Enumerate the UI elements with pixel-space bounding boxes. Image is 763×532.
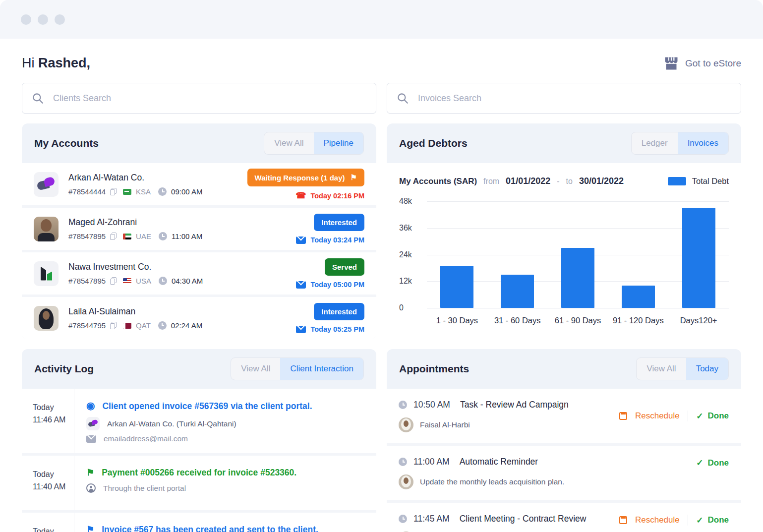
- debt-bar[interactable]: [440, 266, 473, 308]
- invoices-search-input[interactable]: [418, 93, 732, 104]
- appointment-actions: Reschedule Done: [619, 411, 729, 421]
- clock-icon: [399, 401, 407, 409]
- account-avatar: [34, 261, 59, 286]
- account-meta: #78544795 QAT 02:24 AM: [68, 321, 202, 330]
- plot-area: 1 - 30 Days 31 - 60 Days 61 - 90 Days 91…: [427, 201, 729, 325]
- copy-icon[interactable]: [110, 277, 117, 285]
- aged-debtors-bar-chart: 48k 36k 24k 12k 0 1 - 30 Days 31 - 60 Da…: [399, 201, 729, 325]
- toggle-tab[interactable]: View All: [264, 132, 313, 154]
- invoices-search-box[interactable]: [387, 83, 741, 114]
- chart-legend: Total Debt: [668, 177, 729, 186]
- debt-bar[interactable]: [682, 208, 715, 308]
- status-badge[interactable]: Waiting Response (1 day): [247, 169, 364, 186]
- chart-column: Days120+: [668, 201, 729, 325]
- clients-search-input[interactable]: [53, 93, 367, 104]
- done-button[interactable]: Done: [696, 515, 729, 526]
- done-label: Done: [708, 411, 729, 421]
- appointments-header: Appointments View All Today: [387, 349, 741, 389]
- calendar-icon: [619, 516, 627, 524]
- activity-text[interactable]: Payment #005266 received for invoice #52…: [102, 468, 296, 478]
- activity-entry[interactable]: Today 11:40 AM Payment #005266 received …: [22, 456, 376, 510]
- account-row[interactable]: Maged Al-Zohrani #78547895 UAE 11:00 AM …: [22, 208, 376, 250]
- done-button[interactable]: Done: [696, 458, 729, 468]
- contact-time: Today 05:25 PM: [310, 325, 364, 333]
- appointment-entry[interactable]: 11:45 AM Client Meeting - Contract Revie…: [387, 503, 741, 532]
- activity-sub-list: Through the client portal: [86, 483, 364, 493]
- appointment-entry[interactable]: 10:50 AM Task - Review Ad Campaign Faisa…: [387, 389, 741, 443]
- user-name: Rashed,: [38, 56, 90, 70]
- activity-content: Invoice #567 has been created and sent t…: [74, 513, 376, 532]
- activity-sub: Arkan Al-Watan Co. (Turki Al-Qahtani): [86, 417, 364, 430]
- done-button[interactable]: Done: [696, 411, 729, 421]
- account-time: 02:24 AM: [171, 321, 202, 330]
- activity-entry[interactable]: Today 11:31 AM Invoice #567 has been cre…: [22, 513, 376, 532]
- page-greeting: Hi Rashed,: [22, 56, 90, 71]
- activity-time: Today 11:31 AM: [22, 513, 74, 532]
- toggle-tab[interactable]: View All: [231, 358, 280, 380]
- reschedule-label: Reschedule: [635, 411, 680, 421]
- action-divider: [688, 411, 689, 421]
- bar-area: [501, 201, 534, 308]
- bar-area: [440, 201, 473, 308]
- account-row[interactable]: Arkan Al-Watan Co. #78544444 KSA 09:00 A…: [22, 163, 376, 205]
- activity-type-icon: [86, 401, 95, 412]
- debt-bar[interactable]: [501, 275, 534, 308]
- status-badge[interactable]: Served: [325, 258, 364, 276]
- account-row[interactable]: Laila Al-Sulaiman #78544795 QAT 02:24 AM…: [22, 297, 376, 339]
- toggle-tab[interactable]: Invoices: [678, 132, 728, 154]
- copy-icon[interactable]: [110, 188, 117, 195]
- calendar-icon: [619, 412, 627, 420]
- toggle-tab[interactable]: Ledger: [632, 132, 678, 154]
- activity-main: Client opened invoice #567369 via the cl…: [86, 401, 364, 412]
- activity-sub-icon: [86, 435, 96, 443]
- toggle-tab[interactable]: Today: [686, 358, 728, 380]
- legend-label: Total Debt: [692, 177, 729, 186]
- account-time: 04:30 AM: [172, 277, 203, 285]
- toggle-tab[interactable]: Client Interaction: [280, 358, 363, 380]
- account-row[interactable]: Nawa Investment Co. #78547895 USA 04:30 …: [22, 252, 376, 295]
- copy-icon[interactable]: [110, 233, 117, 240]
- activity-type-icon: [86, 525, 94, 532]
- appointments-card: Appointments View All Today 10:50 AM Tas…: [387, 349, 741, 532]
- clients-search-box[interactable]: [22, 83, 376, 114]
- debt-bar[interactable]: [561, 248, 594, 308]
- copy-icon[interactable]: [110, 322, 117, 329]
- x-axis-label: 1 - 30 Days: [436, 316, 478, 325]
- reschedule-button[interactable]: Reschedule: [619, 411, 688, 421]
- appointment-entry[interactable]: 11:00 AM Automatic Reminder Update the m…: [387, 446, 741, 500]
- clock-icon: [158, 321, 167, 330]
- activity-type-icon: [86, 468, 94, 478]
- chart-subtitle: My Accounts (SAR): [399, 177, 477, 186]
- to-date[interactable]: 30/01/2022: [579, 176, 624, 186]
- activity-log-title: Activity Log: [34, 363, 94, 375]
- reschedule-button[interactable]: Reschedule: [619, 515, 688, 526]
- account-id: #78547895: [68, 277, 106, 285]
- account-status-column: Waiting Response (1 day) Today 02:16 PM: [247, 169, 364, 200]
- toggle-tab[interactable]: Pipeline: [314, 132, 364, 154]
- chart-column: 61 - 90 Days: [548, 201, 608, 325]
- last-contact: Today 05:00 PM: [296, 281, 364, 289]
- my-accounts-title: My Accounts: [34, 137, 99, 149]
- activity-text[interactable]: Invoice #567 has been created and sent t…: [102, 525, 318, 532]
- attendee-avatar: [399, 417, 413, 432]
- account-meta: #78544444 KSA 09:00 AM: [68, 187, 203, 196]
- status-label: Interested: [321, 307, 357, 316]
- toggle-tab[interactable]: View All: [637, 358, 686, 380]
- chart-column: 1 - 30 Days: [427, 201, 487, 325]
- activity-text[interactable]: Client opened invoice #567369 via the cl…: [102, 401, 312, 412]
- action-divider: [688, 515, 689, 526]
- from-date[interactable]: 01/01/2022: [506, 176, 550, 186]
- country-code: UAE: [136, 232, 151, 240]
- y-axis-tick: 24k: [399, 250, 412, 259]
- bar-area: [561, 201, 594, 308]
- activity-entry[interactable]: Today 11:46 AM Client opened invoice #56…: [22, 389, 376, 453]
- appointments-title: Appointments: [399, 363, 469, 375]
- debt-bar[interactable]: [622, 286, 655, 308]
- activity-clock: 11:40 AM: [33, 481, 74, 493]
- estore-link[interactable]: Got to eStore: [664, 57, 741, 70]
- country-flag-icon: [123, 278, 131, 284]
- check-icon: [696, 411, 703, 421]
- account-status-column: Interested Today 03:24 PM: [296, 214, 364, 244]
- status-badge[interactable]: Interested: [314, 303, 364, 320]
- status-badge[interactable]: Interested: [314, 214, 364, 231]
